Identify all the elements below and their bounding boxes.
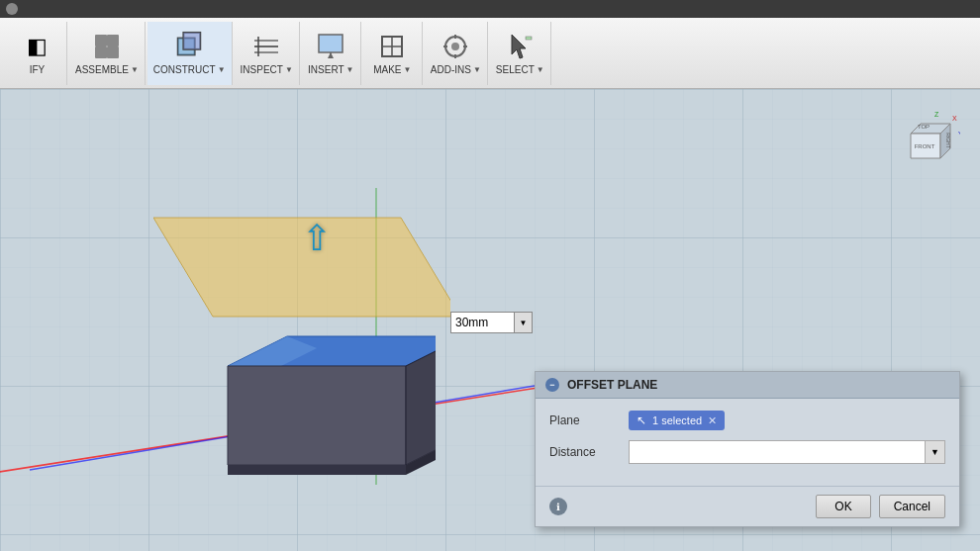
toolbar-label-inspect: INSPECT [241,64,283,75]
toolbar-item-addins[interactable]: ADD-INS ▼ [425,22,488,85]
dialog-header: − OFFSET PLANE [536,372,959,399]
svg-text:RIGHT: RIGHT [945,133,951,148]
dialog-footer: ℹ OK Cancel [536,486,959,526]
view-cube[interactable]: TOP FRONT RIGHT X Y Z [891,109,960,178]
ok-button[interactable]: OK [816,495,870,518]
deselect-icon[interactable]: ✕ [708,414,717,427]
selected-text: 1 selected [652,414,702,426]
construct-icon [173,31,205,62]
distance-input-group: 30 mm ▼ [629,440,945,464]
svg-marker-24 [512,35,526,58]
select-icon [504,31,536,62]
toolbar-item-select[interactable]: SELECT ▼ [490,22,551,85]
info-icon[interactable]: ℹ [549,498,567,515]
svg-point-19 [451,43,459,50]
canvas-distance-dropdown[interactable]: ▼ [515,312,533,333]
canvas-area: ⇧ 30mm ▼ TOP FRONT RIGHT X Y Z [0,89,980,551]
distance-input[interactable]: 30 mm [629,440,926,464]
svg-marker-36 [228,465,406,475]
dialog-title: OFFSET PLANE [567,378,657,392]
inspect-icon [250,31,282,62]
toolbar-label-insert: INSERT [308,64,344,75]
svg-text:FRONT: FRONT [915,143,935,149]
toolbar: ◧ IFY ASSEMBLE ▼ CO [0,18,980,89]
cursor-icon: ↖ [637,413,646,427]
svg-rect-12 [319,35,343,52]
modify-icon: ◧ [22,31,53,62]
toolbar-label-modify: IFY [30,64,46,75]
dialog-buttons: OK Cancel [816,495,945,518]
3d-box [158,326,436,505]
svg-text:Z: Z [934,111,939,118]
selected-badge[interactable]: ↖ 1 selected ✕ [629,411,725,430]
toolbar-item-assemble[interactable]: ASSEMBLE ▼ [69,22,146,85]
toolbar-label-addins: ADD-INS [431,64,471,75]
svg-marker-34 [228,366,406,465]
svg-rect-25 [526,37,532,40]
svg-rect-2 [95,46,107,58]
dialog-body: Plane ↖ 1 selected ✕ Distance 30 mm ▼ [536,399,959,486]
svg-text:Y: Y [958,131,960,138]
make-icon [376,31,408,62]
plane-label: Plane [549,413,619,427]
addins-icon [440,31,471,62]
toolbar-item-inspect[interactable]: INSPECT ▼ [235,22,300,85]
svg-text:TOP: TOP [918,124,930,130]
svg-rect-0 [95,35,107,46]
cancel-button[interactable]: Cancel [879,495,945,518]
svg-text:X: X [952,115,957,122]
top-bar [0,0,980,18]
svg-rect-1 [107,35,119,46]
toolbar-item-modify[interactable]: ◧ IFY [8,22,67,85]
distance-row: Distance 30 mm ▼ [549,440,945,464]
dialog-header-icon: − [545,378,559,392]
canvas-distance-field[interactable]: 30mm [450,312,515,333]
insert-icon [315,31,346,62]
toolbar-label-make: MAKE [373,64,401,75]
toolbar-label-construct: CONSTRUCT [153,64,216,75]
close-icon[interactable] [6,3,18,15]
offset-arrow-up: ⇧ [302,218,332,259]
distance-dropdown-arrow[interactable]: ▼ [926,440,945,464]
distance-label: Distance [549,445,619,459]
toolbar-item-construct[interactable]: CONSTRUCT ▼ [147,22,233,85]
svg-rect-7 [184,33,201,49]
assemble-icon [91,31,123,62]
toolbar-item-make[interactable]: MAKE ▼ [363,22,423,85]
toolbar-item-insert[interactable]: INSERT ▼ [302,22,361,85]
toolbar-label-select: SELECT [496,64,535,75]
offset-plane-dialog: − OFFSET PLANE Plane ↖ 1 selected ✕ Dist… [535,371,960,527]
plane-row: Plane ↖ 1 selected ✕ [549,411,945,430]
svg-rect-3 [107,46,119,58]
canvas-distance-input[interactable]: 30mm ▼ [450,312,533,333]
toolbar-label-assemble: ASSEMBLE [75,64,129,75]
